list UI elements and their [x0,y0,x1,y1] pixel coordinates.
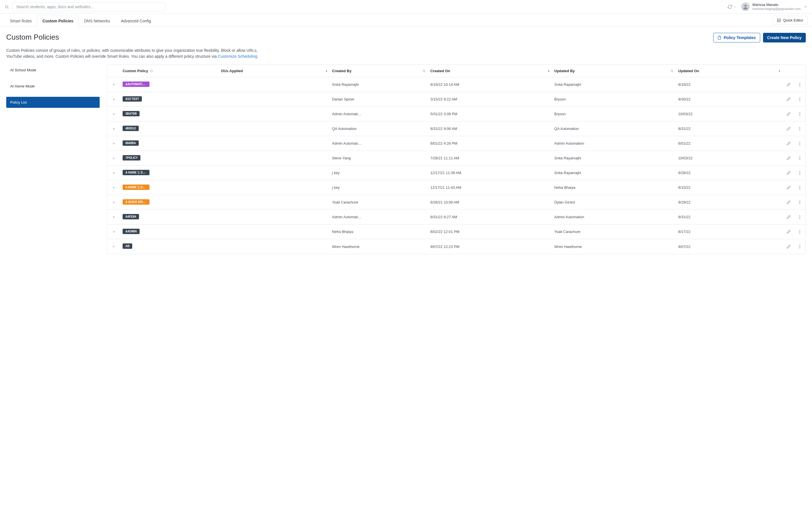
tab-smart-rules[interactable]: Smart Rules [4,15,37,27]
expand-button[interactable] [107,201,120,204]
col-updated-on[interactable]: Updated On ▲▼ [676,69,783,73]
policy-templates-button[interactable]: Policy Templates [713,33,760,42]
col-updated-by[interactable]: Updated By [552,69,676,73]
search-icon[interactable] [150,69,153,73]
edit-button[interactable] [783,141,794,146]
col-created-by[interactable]: Created By [330,69,428,73]
updated-on-cell: 9/30/22 [676,97,783,101]
tab-custom-policies[interactable]: Custom Policies [37,15,79,27]
edit-button[interactable] [783,112,794,116]
tab-dns-networks[interactable]: DNS Networks [79,15,116,27]
col-created-on[interactable]: Created On ▲▼ [428,69,552,73]
expand-button[interactable] [107,186,120,189]
policy-pill[interactable]: 3BA7DB [123,111,140,116]
sidebar-item-policy-list[interactable]: Policy List [6,97,100,108]
search-icon[interactable] [670,69,674,73]
search-icon[interactable] [4,4,9,9]
more-button[interactable] [794,230,806,234]
expand-button[interactable] [107,112,120,116]
policy-pill[interactable]: A4FE9A [123,214,139,219]
expand-button[interactable] [107,245,120,248]
edit-button[interactable] [783,156,794,160]
created-by-cell: Admin Automati… [330,141,428,146]
quick-editor-button[interactable]: Quick Editor [773,16,808,25]
sort-icon[interactable]: ▲▼ [326,70,327,72]
expand-button[interactable] [107,142,120,145]
created-on-cell: 8/02/22 12:01 PM [428,230,552,234]
more-button[interactable] [794,171,806,175]
created-by-cell: Darian Spicer [330,97,428,101]
pencil-icon [786,200,791,204]
policy-pill[interactable]: A NAME '); DELETE … [123,185,149,190]
expand-button[interactable] [107,83,120,86]
sidebar-item-at-home[interactable]: At Home Mode [6,81,100,92]
sort-icon[interactable]: ▲▼ [779,70,781,72]
edit-button[interactable] [783,185,794,190]
expand-button[interactable] [107,98,120,101]
plus-icon [112,171,116,175]
more-button[interactable] [794,185,806,190]
table-row: A4FE9AAdmin Automati…8/31/22 8:27 AMAdmi… [107,210,806,224]
more-button[interactable] [794,112,806,116]
svg-point-56 [800,203,800,204]
expand-button[interactable] [107,156,120,160]
policy-pill[interactable]: &AUTOMATIONPO… [123,82,149,87]
col-custom-policy[interactable]: Custom Policy [120,69,219,73]
edit-button[interactable] [783,245,794,249]
sort-icon[interactable]: ▲▼ [548,70,550,72]
more-button[interactable] [794,215,806,219]
created-on-cell: 3/15/22 9:22 AM [428,97,552,101]
sync-button[interactable] [728,4,737,9]
customize-scheduling-link[interactable]: Customize Scheduling. [218,54,258,59]
edit-button[interactable] [783,82,794,87]
sidebar-item-at-school[interactable]: At School Mode [6,64,100,75]
svg-point-35 [800,143,800,144]
policy-pill[interactable]: 4B3D12 [123,126,139,131]
policy-pill[interactable]: A NAME '); DELETE … [123,170,149,175]
updated-by-cell: Snita Rayamajhi [552,171,676,175]
edit-button[interactable] [783,200,794,204]
edit-button[interactable] [783,171,794,175]
plus-icon [112,127,116,130]
policy-pill[interactable]: 3/15 TEST [123,96,142,101]
policy-pill[interactable]: AB [123,243,132,249]
expand-button[interactable] [107,215,120,219]
updated-by-cell: Yoali Carachure [552,230,676,234]
policy-pill[interactable]: 6840BA [123,141,139,146]
more-button[interactable] [794,244,806,249]
search-input[interactable] [12,2,165,11]
pencil-icon [786,230,791,234]
policy-pill[interactable]: A QUICK EDITOR T… [123,199,149,205]
expand-button[interactable] [107,171,120,175]
more-button[interactable] [794,200,806,205]
kebab-icon [798,200,802,205]
edit-button[interactable] [783,126,794,131]
svg-point-24 [800,112,800,113]
svg-point-2 [744,4,746,6]
policy-pill[interactable]: AADMIN [123,229,140,234]
more-button[interactable] [794,141,806,146]
policy-pill[interactable]: ?POLICY [123,155,140,160]
col-ous-applied[interactable]: OUs Applied ▲▼ [219,69,330,73]
svg-point-71 [800,248,800,248]
tab-advanced-config[interactable]: Advanced Config [116,15,156,27]
svg-point-6 [150,70,152,72]
create-new-policy-button[interactable]: Create New Policy [763,33,806,42]
chevron-down-icon [804,5,808,9]
search-icon[interactable] [423,69,426,73]
more-button[interactable] [794,156,806,160]
table-row: A QUICK EDITOR T…Yoali Carachure8/26/21 … [107,195,806,210]
more-button[interactable] [794,126,806,131]
edit-button[interactable] [783,230,794,234]
user-menu[interactable]: Marissa Manalo marissa+staging@goguardia… [741,3,808,11]
expand-button[interactable] [107,127,120,130]
pencil-icon [786,245,791,249]
edit-button[interactable] [783,97,794,101]
more-button[interactable] [794,82,806,87]
edit-button[interactable] [783,215,794,219]
refresh-icon [728,4,732,9]
kebab-icon [798,215,802,219]
created-on-cell: 12/17/21 11:39 AM [428,171,552,175]
expand-button[interactable] [107,230,120,234]
more-button[interactable] [794,97,806,101]
